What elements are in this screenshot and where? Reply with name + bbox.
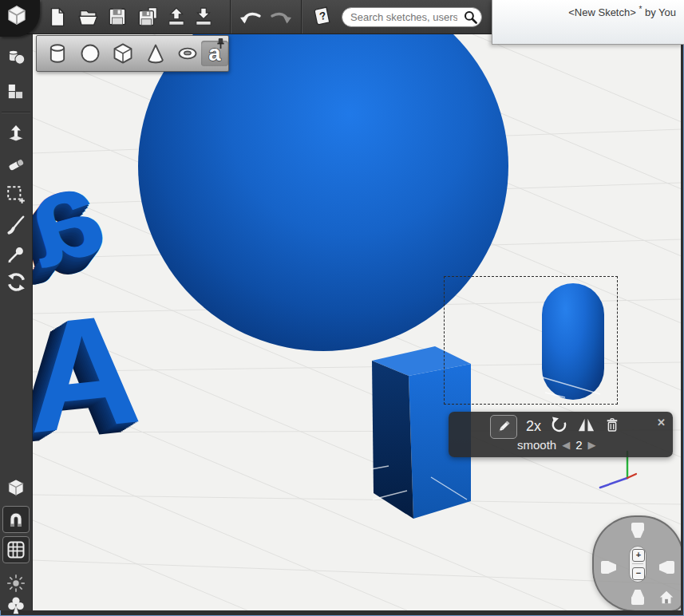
open-sketch-button[interactable] [76,5,101,29]
pencil-icon [496,419,512,435]
cube-tool[interactable] [109,41,136,66]
save-button[interactable] [105,5,130,29]
orbit-icon [6,271,27,293]
sidebar-divider [2,112,30,113]
scale-2x-button[interactable]: 2x [526,418,541,435]
upload-icon [166,6,187,28]
select-region-tool[interactable] [2,181,30,208]
solid-cube-icon [6,477,26,498]
clubs-tool[interactable] [2,592,30,616]
sketch-name: <New Sketch> [568,6,636,18]
trash-icon [604,417,620,433]
smooth-decrease-button[interactable]: ◀ [562,439,570,451]
magnet-icon [6,510,26,529]
voxel-blocks-tool[interactable] [2,77,30,105]
byline: by You [645,6,676,18]
sphere-tool[interactable] [77,41,104,66]
primitive-shapes-tool[interactable] [2,43,30,70]
cone-tool[interactable] [142,41,169,66]
extrude-icon [6,124,26,145]
grid-toggle[interactable] [2,536,30,563]
sun-icon [6,573,26,594]
cone-icon [144,42,167,65]
smooth-increase-button[interactable]: ▶ [588,439,596,451]
solid-view-toggle[interactable] [2,474,30,501]
new-sketch-button[interactable] [44,5,69,29]
rotate-view-left-button[interactable] [599,558,619,580]
zoom-out-button[interactable]: − [632,567,645,580]
cube-logo-icon [5,3,29,27]
new-file-icon [46,6,67,28]
download-button[interactable] [191,5,216,29]
eyedropper-icon [6,244,26,265]
delete-button[interactable] [604,417,620,436]
sphere-icon [79,42,101,65]
close-toolbar-button[interactable]: ✕ [657,417,666,428]
undo-button[interactable] [238,5,263,29]
download-icon [193,6,214,28]
blocks-icon [6,81,26,101]
mirror-flip-button[interactable] [577,416,595,437]
cylinder-icon [46,42,69,65]
zoom-divider [632,563,643,564]
selection-bounding-box [444,276,618,405]
edit-shape-button[interactable] [490,415,517,439]
smooth-label: smooth [517,438,556,452]
zoom-in-button[interactable]: + [632,549,645,562]
search-box [342,7,482,27]
rotate-button[interactable] [550,416,568,437]
pin-toolbar-button[interactable] [216,38,225,53]
save-copy-button[interactable] [135,5,160,29]
shapes-icon [6,46,26,67]
open-folder-icon [77,6,100,28]
save-as-icon [136,6,159,28]
orbit-rotate-tool[interactable] [2,268,30,295]
paint-brush-tool[interactable] [2,211,30,239]
cube-icon [112,42,134,65]
color-picker-tool[interactable] [2,241,30,268]
toolbar-separator [230,0,231,34]
extrude-tool[interactable] [2,121,30,148]
marquee-select-icon [6,184,26,205]
mirror-icon [577,416,595,434]
save-floppy-icon [107,6,128,27]
brush-icon [6,215,26,235]
smooth-value: 2 [575,438,582,452]
app-window: { "title_bar": { "sketch_name": "<New Sk… [0,0,684,616]
eraser-icon [6,154,26,175]
rotate-view-down-button[interactable] [627,587,648,610]
rotate-icon [550,416,568,434]
camera-right-icon [657,557,676,578]
grid-icon [6,540,26,559]
club-icon [6,595,26,616]
camera-up-icon [627,521,648,540]
help-book-icon: ? [312,6,334,28]
camera-left-icon [599,557,619,578]
camera-down-icon [627,587,648,606]
snap-magnet-toggle[interactable] [2,506,30,533]
zoom-control: + − [629,546,646,582]
torus-tool[interactable] [174,41,201,66]
redo-button[interactable] [268,5,294,29]
undo-arrow-icon [239,7,263,26]
home-icon [658,589,675,606]
search-input[interactable] [342,7,482,27]
primitives-toolbar: a [36,35,229,72]
search-icon[interactable] [463,10,478,28]
sketch-title-panel: <New Sketch> * by You [492,0,684,45]
canvas-3d-viewport[interactable]: a A [32,34,681,610]
selection-context-toolbar: 2x ✕ smooth [449,412,673,457]
torus-icon [176,42,199,65]
cylinder-tool[interactable] [44,41,71,66]
help-button[interactable]: ? [310,5,335,29]
rotate-view-up-button[interactable] [627,521,648,543]
upload-button[interactable] [164,5,189,29]
home-view-button[interactable] [658,589,675,610]
scene-letter-A[interactable]: A [32,290,144,458]
redo-arrow-icon [269,7,293,26]
tools-sidebar [0,34,33,610]
camera-navigation-pad: + − [592,515,681,610]
pushpin-icon [216,38,225,49]
eraser-tool[interactable] [2,151,30,178]
rotate-view-right-button[interactable] [656,558,677,580]
